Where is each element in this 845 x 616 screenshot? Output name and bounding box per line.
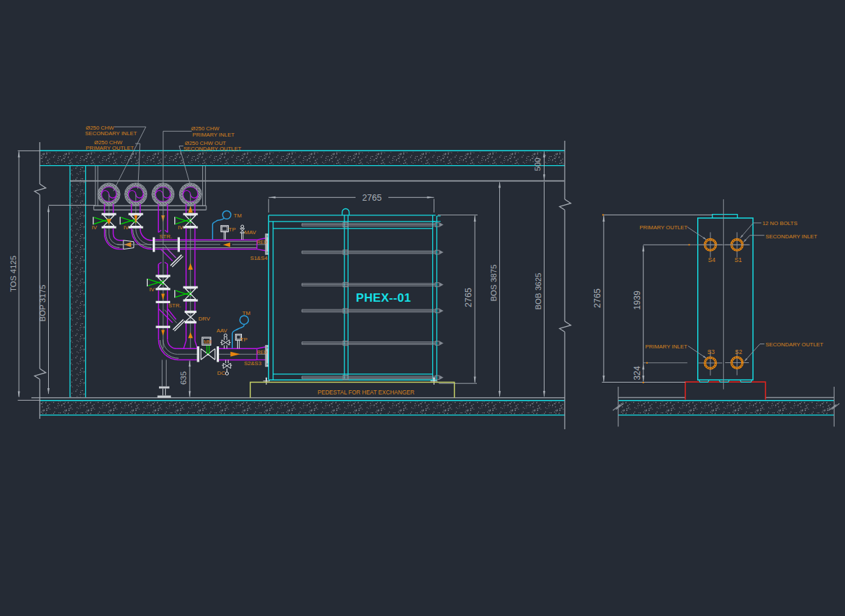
svg-text:S4: S4 [708,256,716,263]
svg-text:IV: IV [178,224,183,231]
svg-text:SECONDARY OUTLET: SECONDARY OUTLET [766,341,823,348]
svg-text:2765: 2765 [363,193,382,203]
svg-text:PRIMARY INLET: PRIMARY INLET [192,132,234,138]
svg-text:RED: RED [257,240,268,245]
svg-text:12 NO BOLTS: 12 NO BOLTS [762,220,797,226]
svg-text:TP: TP [229,226,236,233]
svg-text:TOS 4125: TOS 4125 [9,256,17,292]
svg-text:MAV: MAV [245,229,257,236]
svg-text:PHEX--01: PHEX--01 [356,291,411,305]
svg-text:STR.: STR. [160,233,172,240]
svg-text:BOS 3875: BOS 3875 [489,264,498,301]
svg-text:S1&S4: S1&S4 [250,255,268,261]
svg-text:SECONDARY OUTLET: SECONDARY OUTLET [183,146,241,152]
svg-text:324: 324 [632,366,642,380]
svg-text:MM: MM [204,339,212,344]
svg-text:S3: S3 [708,348,715,355]
svg-text:TM: TM [243,310,251,316]
svg-text:PRIMARY OUTLET: PRIMARY OUTLET [86,145,134,151]
svg-text:PRIMARY OUTLET: PRIMARY OUTLET [639,224,687,231]
svg-text:BOP 3175: BOP 3175 [38,285,47,322]
svg-text:2765: 2765 [464,288,473,307]
svg-text:SECONDARY INLET: SECONDARY INLET [85,130,137,137]
svg-text:S1: S1 [735,256,743,263]
svg-text:2765: 2765 [593,288,602,308]
svg-text:S2: S2 [735,348,743,355]
svg-text:IV: IV [149,286,155,293]
svg-text:TM: TM [234,213,242,219]
svg-text:IV: IV [92,224,98,231]
svg-text:TP: TP [241,337,248,343]
svg-text:IV: IV [123,224,129,231]
svg-text:500: 500 [533,157,542,171]
svg-text:DC: DC [218,370,226,376]
svg-text:DRV: DRV [199,316,211,322]
svg-text:S2&S3: S2&S3 [244,360,261,367]
svg-text:PEDESTAL FOR HEAT EXCHANGER: PEDESTAL FOR HEAT EXCHANGER [318,390,415,396]
svg-text:635: 635 [179,371,188,385]
svg-text:STR.: STR. [169,302,181,309]
svg-text:RED: RED [257,350,268,355]
svg-text:SECONDARY INLET: SECONDARY INLET [766,233,817,240]
svg-text:AAV: AAV [217,328,228,334]
svg-text:PRIMARY INLET: PRIMARY INLET [646,344,687,350]
svg-text:1939: 1939 [632,291,642,310]
svg-text:BOB 3625: BOB 3625 [534,272,542,309]
